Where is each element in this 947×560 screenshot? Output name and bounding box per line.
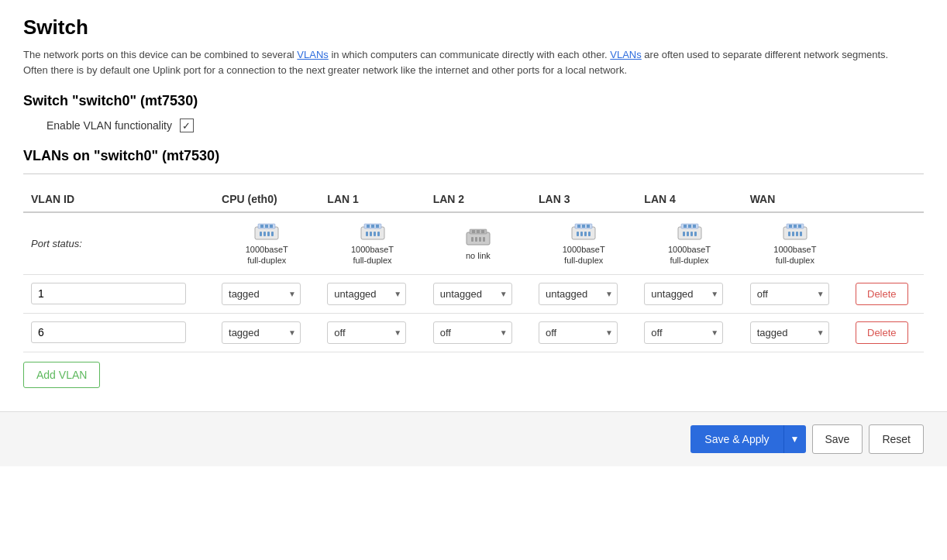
section-divider	[23, 173, 924, 174]
vlan2-lan2-select[interactable]: off untagged tagged	[434, 322, 496, 343]
svg-rect-26	[483, 237, 485, 242]
svg-rect-17	[377, 232, 380, 236]
svg-rect-6	[263, 232, 266, 236]
svg-rect-38	[684, 225, 687, 228]
port-lan3-text: 1000baseTfull-duplex	[563, 244, 605, 266]
port-lan1-icon	[358, 221, 387, 242]
desc-part2: in which computers can communicate direc…	[329, 49, 610, 60]
port-lan3-icon	[569, 221, 598, 242]
vlan-enable-label: Enable VLAN functionality	[46, 119, 172, 132]
port-lan4-icon	[675, 221, 704, 242]
svg-rect-47	[789, 225, 792, 228]
port-status-label: Port status:	[23, 212, 214, 274]
vlans-link-1[interactable]: VLANs	[297, 49, 328, 60]
svg-rect-43	[690, 232, 693, 236]
port-lan2-icon	[463, 225, 494, 249]
port-cpu-text: 1000baseTfull-duplex	[246, 244, 288, 266]
svg-rect-53	[800, 232, 802, 236]
col-lan2: LAN 2	[425, 187, 531, 212]
port-cpu-info: 1000baseTfull-duplex	[222, 221, 312, 266]
vlan1-wan-select[interactable]: off untagged tagged	[751, 283, 813, 304]
switch-heading: Switch "switch0" (mt7530)	[23, 93, 924, 109]
port-status-row: Port status:	[23, 212, 924, 274]
vlan1-wan-cell: off untagged tagged ▼	[742, 274, 848, 313]
svg-rect-14	[366, 232, 368, 236]
save-apply-button[interactable]: Save & Apply	[690, 425, 783, 453]
col-actions	[848, 187, 924, 212]
svg-rect-2	[260, 225, 263, 228]
vlan1-cpu-cell: off untagged tagged ▼	[214, 274, 319, 313]
svg-rect-49	[798, 225, 801, 228]
vlan1-lan4-select[interactable]: off untagged tagged	[645, 283, 707, 304]
svg-rect-32	[577, 232, 579, 236]
svg-rect-0	[255, 227, 278, 239]
switch-section: Switch "switch0" (mt7530) Enable VLAN fu…	[23, 93, 924, 132]
vlan1-delete-button[interactable]: Delete	[856, 283, 908, 305]
svg-rect-27	[572, 227, 595, 239]
svg-rect-15	[370, 232, 372, 236]
svg-rect-18	[467, 232, 490, 245]
port-wan-icon	[780, 221, 810, 242]
reset-button[interactable]: Reset	[869, 424, 924, 454]
port-lan3-info: 1000baseTfull-duplex	[539, 221, 628, 266]
vlan1-lan1-select-wrapper: off untagged tagged ▼	[327, 283, 406, 305]
chevron-down-icon: ▼	[390, 290, 405, 298]
footer-bar: Save & Apply ▼ Save Reset	[0, 411, 947, 466]
chevron-down-icon: ▼	[496, 328, 511, 337]
svg-rect-48	[794, 225, 797, 228]
vlans-link-2[interactable]: VLANs	[610, 49, 641, 60]
vlan2-lan2-cell: off untagged tagged ▼	[425, 313, 531, 352]
port-lan1-info: 1000baseTfull-duplex	[327, 221, 417, 266]
vlan1-lan2-select-wrapper: off untagged tagged ▼	[433, 283, 512, 305]
col-vlan-id: VLAN ID	[23, 187, 214, 212]
vlan2-lan4-select[interactable]: off untagged tagged	[645, 322, 707, 343]
port-wan-text: 1000baseTfull-duplex	[773, 244, 816, 266]
vlan1-id-cell	[23, 274, 214, 313]
port-lan2-info: no link	[433, 225, 523, 261]
table-row: off untagged tagged ▼ off untagged tagge…	[23, 274, 924, 313]
vlan2-cpu-select[interactable]: off untagged tagged	[222, 322, 284, 343]
vlan2-id-input[interactable]	[31, 321, 186, 343]
vlan2-id-cell	[23, 313, 214, 352]
vlan1-lan2-select[interactable]: off untagged tagged	[434, 283, 496, 304]
vlan2-wan-select[interactable]: off untagged tagged	[751, 322, 813, 343]
vlan1-wan-select-wrapper: off untagged tagged ▼	[750, 283, 829, 305]
svg-rect-13	[376, 225, 379, 228]
save-apply-dropdown-button[interactable]: ▼	[783, 425, 806, 453]
svg-rect-4	[270, 225, 273, 228]
vlan1-lan3-select-wrapper: off untagged tagged ▼	[539, 283, 618, 305]
chevron-down-icon: ▼	[601, 290, 617, 298]
vlan1-cpu-select[interactable]: off untagged tagged	[222, 283, 284, 304]
svg-rect-35	[588, 232, 591, 236]
port-lan3-cell: 1000baseTfull-duplex	[531, 212, 636, 274]
vlan2-lan3-select-wrapper: off untagged tagged ▼	[539, 321, 618, 344]
svg-rect-36	[678, 227, 701, 239]
table-header-row: VLAN ID CPU (eth0) LAN 1 LAN 2 LAN 3 LAN…	[23, 187, 924, 212]
page-description: The network ports on this device can be …	[23, 47, 914, 77]
svg-rect-23	[471, 237, 474, 242]
chevron-down-icon: ▼	[813, 328, 828, 337]
col-wan: WAN	[742, 187, 848, 212]
svg-rect-11	[367, 225, 370, 228]
add-vlan-button[interactable]: Add VLAN	[23, 362, 100, 388]
vlan1-lan3-cell: off untagged tagged ▼	[531, 274, 636, 313]
svg-rect-50	[788, 232, 790, 236]
save-button[interactable]: Save	[812, 424, 863, 454]
vlan2-lan3-select[interactable]: off untagged tagged	[539, 322, 601, 343]
port-cpu-cell: 1000baseTfull-duplex	[214, 212, 319, 274]
svg-rect-21	[477, 230, 480, 233]
vlan1-lan1-select[interactable]: off untagged tagged	[328, 283, 390, 304]
port-lan4-text: 1000baseTfull-duplex	[668, 244, 711, 266]
vlan2-lan1-select[interactable]: off untagged tagged	[328, 322, 390, 343]
vlan1-id-input[interactable]	[31, 283, 186, 304]
svg-rect-22	[481, 230, 484, 233]
chevron-down-icon: ▼	[390, 328, 405, 337]
vlan2-delete-button[interactable]: Delete	[856, 321, 908, 344]
chevron-down-icon: ▼	[813, 290, 828, 298]
port-cpu-icon	[252, 221, 281, 242]
vlan-enable-checkbox[interactable]	[180, 119, 194, 132]
vlan2-delete-cell: Delete	[848, 313, 924, 352]
vlan1-lan4-select-wrapper: off untagged tagged ▼	[644, 283, 723, 305]
svg-rect-3	[265, 225, 268, 228]
vlan1-lan3-select[interactable]: off untagged tagged	[539, 283, 601, 304]
